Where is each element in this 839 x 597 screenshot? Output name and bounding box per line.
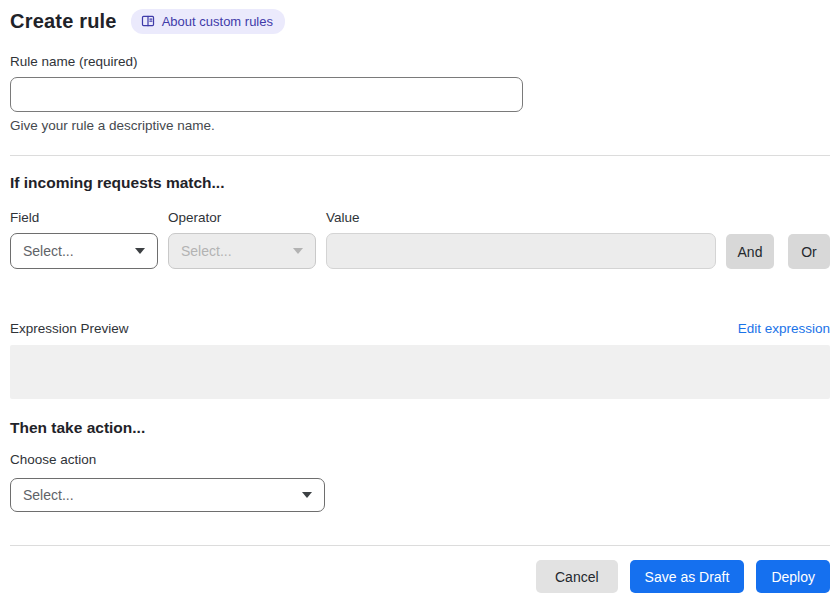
match-condition-row: Field Select... Operator Select... Value… (10, 210, 830, 269)
cancel-button[interactable]: Cancel (536, 560, 618, 593)
match-section-heading: If incoming requests match... (10, 174, 830, 192)
rule-name-group: Rule name (required) Give your rule a de… (10, 54, 830, 133)
expression-preview-header: Expression Preview Edit expression (10, 321, 830, 336)
chevron-down-icon (293, 248, 303, 254)
rule-name-input[interactable] (10, 77, 523, 112)
and-button[interactable]: And (726, 234, 774, 269)
about-custom-rules-label: About custom rules (162, 15, 273, 28)
expression-preview-box (10, 345, 830, 399)
expression-preview-label: Expression Preview (10, 321, 129, 336)
field-select-value: Select... (23, 243, 74, 259)
value-column: Value (326, 210, 716, 269)
or-button[interactable]: Or (788, 234, 830, 269)
save-as-draft-button[interactable]: Save as Draft (630, 560, 745, 593)
book-icon (141, 14, 155, 28)
about-custom-rules-badge[interactable]: About custom rules (131, 9, 285, 34)
field-select[interactable]: Select... (10, 233, 158, 269)
operator-select: Select... (168, 233, 316, 269)
field-label: Field (10, 210, 158, 225)
choose-action-label: Choose action (10, 452, 830, 467)
deploy-button[interactable]: Deploy (756, 560, 830, 593)
create-rule-form: Create rule About custom rules Rule name… (0, 0, 839, 593)
operator-label: Operator (168, 210, 316, 225)
chevron-down-icon (135, 248, 145, 254)
footer-actions: Cancel Save as Draft Deploy (10, 560, 830, 593)
rule-name-help: Give your rule a descriptive name. (10, 118, 830, 133)
section-divider (10, 155, 830, 156)
footer-divider (10, 545, 830, 546)
value-input (326, 233, 716, 269)
action-select-value: Select... (23, 487, 74, 503)
header: Create rule About custom rules (10, 9, 830, 34)
field-column: Field Select... (10, 210, 158, 269)
action-select[interactable]: Select... (10, 478, 325, 512)
rule-name-label: Rule name (required) (10, 54, 830, 69)
page-title: Create rule (10, 10, 117, 33)
value-label: Value (326, 210, 716, 225)
operator-column: Operator Select... (168, 210, 316, 269)
chevron-down-icon (302, 492, 312, 498)
edit-expression-link[interactable]: Edit expression (738, 321, 830, 336)
operator-select-value: Select... (181, 243, 232, 259)
action-section-heading: Then take action... (10, 419, 830, 437)
